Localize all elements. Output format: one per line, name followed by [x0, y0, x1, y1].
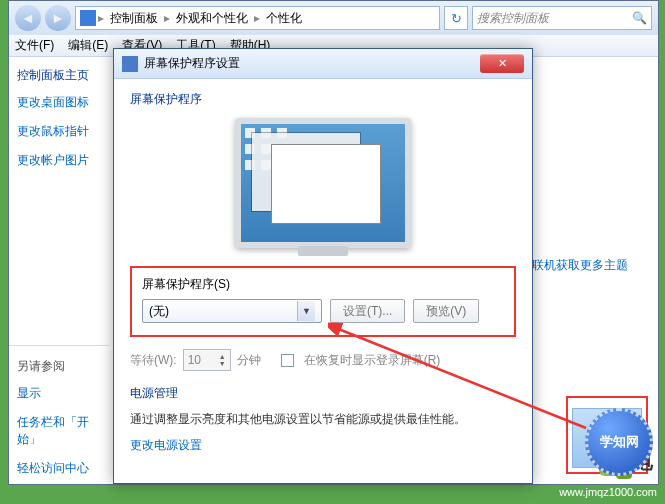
- dialog-titlebar: 屏幕保护程序设置 ✕: [114, 49, 532, 79]
- sidebar-link-desktop-icons[interactable]: 更改桌面图标: [17, 94, 101, 111]
- menu-edit[interactable]: 编辑(E): [68, 37, 108, 54]
- sidebar-link-ease-access[interactable]: 轻松访问中心: [17, 460, 101, 477]
- close-button[interactable]: ✕: [480, 54, 524, 73]
- wait-row: 等待(W): 10 ▲▼ 分钟 在恢复时显示登录屏幕(R): [130, 349, 516, 371]
- sidebar-link-display[interactable]: 显示: [17, 385, 101, 402]
- dialog-body: 屏幕保护程序 屏幕保护程序(S) (无) ▼ 设置(T)... 预览(V) 等待…: [114, 79, 532, 466]
- sidebar-link-account-pic[interactable]: 更改帐户图片: [17, 152, 101, 169]
- nav-forward-button[interactable]: ►: [45, 5, 71, 31]
- screensaver-dropdown[interactable]: (无) ▼: [142, 299, 322, 323]
- sidebar-header[interactable]: 控制面板主页: [17, 67, 101, 84]
- control-panel-icon: [80, 10, 96, 26]
- power-mgmt-text: 通过调整显示亮度和其他电源设置以节省能源或提供最佳性能。: [130, 410, 516, 429]
- breadcrumb-item[interactable]: 控制面板: [106, 10, 162, 27]
- watermark-url: www.jmqz1000.com: [559, 486, 657, 498]
- dialog-title: 屏幕保护程序设置: [144, 55, 240, 72]
- screensaver-dialog: 屏幕保护程序设置 ✕ 屏幕保护程序 屏幕保护程序(S) (无) ▼ 设置(T).…: [113, 48, 533, 484]
- search-icon: 🔍: [632, 11, 647, 25]
- see-also-header: 另请参阅: [17, 358, 101, 375]
- breadcrumb-item[interactable]: 外观和个性化: [172, 10, 252, 27]
- search-input[interactable]: 搜索控制面板 🔍: [472, 6, 652, 30]
- group-label: 屏幕保护程序: [130, 91, 516, 108]
- wait-spinner[interactable]: 10 ▲▼: [183, 349, 231, 371]
- breadcrumb[interactable]: ▸ 控制面板 ▸ 外观和个性化 ▸ 个性化: [75, 6, 440, 30]
- wait-value: 10: [188, 353, 201, 367]
- dropdown-value: (无): [149, 303, 169, 320]
- screensaver-field-label: 屏幕保护程序(S): [142, 276, 504, 293]
- menu-file[interactable]: 文件(F): [15, 37, 54, 54]
- settings-button[interactable]: 设置(T)...: [330, 299, 405, 323]
- watermark-circle-icon: 学知网: [585, 408, 653, 476]
- wait-unit: 分钟: [237, 352, 261, 369]
- dialog-icon: [122, 56, 138, 72]
- preview-windows: [271, 144, 381, 224]
- sidebar: 控制面板主页 更改桌面图标 更改鼠标指针 更改帐户图片 另请参阅 显示 任务栏和…: [9, 57, 109, 484]
- breadcrumb-item[interactable]: 个性化: [262, 10, 306, 27]
- resume-checkbox-label[interactable]: 在恢复时显示登录屏幕(R): [304, 352, 441, 369]
- online-themes-link[interactable]: 联机获取更多主题: [532, 257, 628, 274]
- annotation-box-dropdown: 屏幕保护程序(S) (无) ▼ 设置(T)... 预览(V): [130, 266, 516, 337]
- refresh-button[interactable]: ↻: [444, 6, 468, 30]
- watermark-logo-2: 学知网: [585, 408, 657, 480]
- chevron-right-icon: ▸: [98, 11, 104, 25]
- chevron-right-icon: ▸: [164, 11, 170, 25]
- wait-label: 等待(W):: [130, 352, 177, 369]
- sidebar-link-mouse-pointer[interactable]: 更改鼠标指针: [17, 123, 101, 140]
- resume-checkbox[interactable]: [281, 354, 294, 367]
- monitor-preview: [235, 118, 411, 248]
- spinner-arrows-icon: ▲▼: [219, 353, 226, 367]
- power-mgmt-header: 电源管理: [130, 385, 516, 402]
- chevron-right-icon: ▸: [254, 11, 260, 25]
- power-settings-link[interactable]: 更改电源设置: [130, 437, 202, 454]
- explorer-header: ◄ ► ▸ 控制面板 ▸ 外观和个性化 ▸ 个性化 ↻ 搜索控制面板 🔍: [9, 1, 658, 35]
- sidebar-separator: [9, 345, 109, 346]
- chevron-down-icon: ▼: [297, 301, 315, 321]
- nav-back-button[interactable]: ◄: [15, 5, 41, 31]
- sidebar-link-taskbar[interactable]: 任务栏和「开始」: [17, 414, 101, 448]
- search-placeholder: 搜索控制面板: [477, 10, 549, 27]
- preview-button[interactable]: 预览(V): [413, 299, 479, 323]
